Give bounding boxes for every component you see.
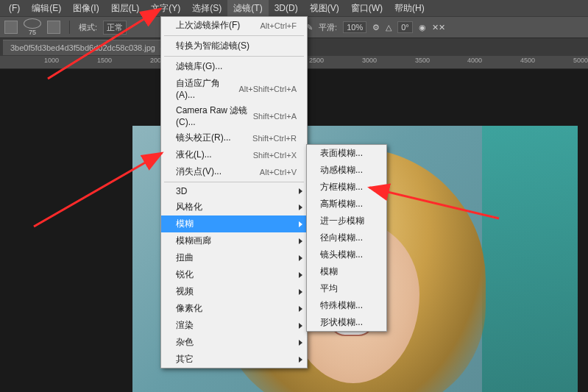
filter-menu-item[interactable]: 视频 — [161, 283, 307, 300]
filter-menu-item[interactable]: 像素化 — [161, 300, 307, 317]
filter-menu-item[interactable]: 滤镜库(G)... — [161, 58, 307, 75]
submenu-item-label: 表面模糊... — [320, 148, 363, 158]
submenu-arrow-icon — [299, 306, 302, 312]
filter-menu-item[interactable]: 模糊画廊 — [161, 232, 307, 249]
menu-item-label: 模糊 — [176, 218, 194, 230]
mode-dropdown[interactable]: 正常 — [103, 21, 127, 35]
menu-item-label: 自适应广角(A)... — [176, 77, 238, 100]
submenu-arrow-icon — [299, 221, 302, 227]
blur-submenu-item[interactable]: 形状模糊... — [307, 314, 386, 331]
brush-size-value: 75 — [29, 29, 36, 36]
filter-menu-item[interactable]: 3D — [161, 184, 307, 199]
flow-dropdown[interactable]: 10% — [343, 21, 366, 33]
menu-edit[interactable]: 编辑(E) — [26, 0, 67, 17]
filter-menu-item[interactable]: 渲染 — [161, 317, 307, 334]
menu-divider — [164, 182, 304, 182]
ruler-tick: 1000 — [44, 57, 59, 64]
blur-submenu-item[interactable]: 方框模糊... — [307, 179, 386, 196]
menu-item-shortcut: Alt+Ctrl+V — [260, 168, 297, 177]
filter-menu-item[interactable]: 其它 — [161, 351, 307, 368]
menu-window[interactable]: 窗口(W) — [345, 0, 389, 17]
blur-submenu-item[interactable]: 动感模糊... — [307, 162, 386, 179]
ruler-tick: 5000 — [573, 57, 588, 64]
blur-submenu-item[interactable]: 镜头模糊... — [307, 246, 386, 263]
menu-item-label: 锐化 — [176, 268, 194, 281]
submenu-arrow-icon — [299, 238, 302, 244]
menu-item-label: 镜头校正(R)... — [176, 132, 231, 144]
menu-item-shortcut: Shift+Ctrl+A — [253, 112, 297, 121]
blur-submenu-item[interactable]: 高斯模糊... — [307, 196, 386, 213]
submenu-item-label: 径向模糊... — [320, 232, 363, 243]
blur-submenu-item[interactable]: 特殊模糊... — [307, 297, 386, 314]
menu-item-label: 风格化 — [176, 201, 202, 213]
submenu-arrow-icon — [299, 289, 302, 295]
menu-divider — [164, 35, 304, 36]
filter-menu: 上次滤镜操作(F)Alt+Ctrl+F转换为智能滤镜(S)滤镜库(G)...自适… — [160, 16, 308, 368]
smoothing-gear-icon[interactable]: ⚙ — [372, 23, 380, 32]
filter-menu-item[interactable]: 镜头校正(R)...Shift+Ctrl+R — [161, 129, 307, 146]
submenu-arrow-icon — [299, 188, 302, 194]
menu-view[interactable]: 视图(V) — [304, 0, 345, 17]
ruler-tick: 4000 — [467, 57, 482, 64]
filter-menu-item[interactable]: 液化(L)...Shift+Ctrl+X — [161, 146, 307, 163]
menu-select[interactable]: 选择(S) — [186, 0, 227, 17]
submenu-item-label: 平均 — [320, 283, 338, 293]
blur-submenu-item[interactable]: 平均 — [307, 280, 386, 297]
filter-menu-item[interactable]: 模糊 — [161, 215, 307, 232]
menubar: (F) 编辑(E) 图像(I) 图层(L) 文字(Y) 选择(S) 滤镜(T) … — [0, 0, 588, 16]
blur-submenu-item[interactable]: 模糊 — [307, 263, 386, 280]
menu-item-shortcut: Alt+Shift+Ctrl+A — [238, 85, 297, 93]
menu-item-shortcut: Alt+Ctrl+F — [260, 21, 297, 30]
submenu-item-label: 方框模糊... — [320, 182, 363, 192]
submenu-item-label: 镜头模糊... — [320, 249, 363, 260]
submenu-item-label: 高斯模糊... — [320, 199, 363, 209]
filter-menu-item[interactable]: 上次滤镜操作(F)Alt+Ctrl+F — [161, 17, 307, 34]
filter-menu-item[interactable]: 消失点(V)...Alt+Ctrl+V — [161, 163, 307, 180]
menu-type[interactable]: 文字(Y) — [145, 0, 186, 17]
brush-preview-icon[interactable] — [24, 18, 41, 29]
menu-item-label: 杂色 — [176, 336, 194, 349]
ruler-tick: 4500 — [520, 57, 535, 64]
menu-image[interactable]: 图像(I) — [67, 0, 105, 17]
blur-submenu-item[interactable]: 表面模糊... — [307, 145, 386, 162]
menu-help[interactable]: 帮助(H) — [389, 0, 431, 17]
menu-item-label: Camera Raw 滤镜(C)... — [176, 104, 253, 127]
menu-3d[interactable]: 3D(D) — [269, 1, 304, 15]
submenu-arrow-icon — [299, 340, 302, 346]
menu-item-label: 渲染 — [176, 319, 194, 332]
submenu-item-label: 动感模糊... — [320, 165, 363, 175]
filter-menu-item[interactable]: 转换为智能滤镜(S) — [161, 38, 307, 54]
symmetry-icon[interactable]: ✕✕ — [432, 23, 445, 32]
submenu-item-label: 模糊 — [320, 266, 338, 277]
blur-submenu-item[interactable]: 径向模糊... — [307, 229, 386, 246]
tool-preset-icon[interactable] — [4, 21, 18, 34]
angle-icon: △ — [386, 23, 392, 32]
filter-menu-item[interactable]: 自适应广角(A)...Alt+Shift+Ctrl+A — [161, 75, 307, 102]
blur-submenu-item[interactable]: 进一步模糊 — [307, 213, 386, 229]
menu-item-label: 像素化 — [176, 302, 202, 315]
filter-menu-item[interactable]: 扭曲 — [161, 249, 307, 266]
menu-divider — [164, 56, 304, 57]
menu-item-label: 液化(L)... — [176, 149, 212, 161]
menu-item-label: 模糊画廊 — [176, 235, 211, 247]
menu-item-label: 3D — [176, 186, 187, 196]
angle-value[interactable]: 0° — [397, 21, 413, 33]
pressure-size-icon[interactable]: ◉ — [419, 23, 426, 32]
submenu-item-label: 形状模糊... — [320, 317, 363, 327]
filter-menu-item[interactable]: 锐化 — [161, 266, 307, 283]
flow-label: 平滑: — [319, 22, 337, 33]
menu-item-label: 转换为智能滤镜(S) — [176, 40, 249, 52]
filter-menu-item[interactable]: 杂色 — [161, 334, 307, 351]
submenu-item-label: 特殊模糊... — [320, 300, 363, 310]
submenu-arrow-icon — [299, 357, 302, 363]
submenu-arrow-icon — [299, 272, 302, 278]
menu-item-label: 消失点(V)... — [176, 165, 222, 178]
menu-filter[interactable]: 滤镜(T) — [227, 0, 268, 17]
menu-layer[interactable]: 图层(L) — [105, 0, 146, 17]
ruler-tick: 3000 — [362, 57, 377, 64]
ruler-tick: 3500 — [415, 57, 430, 64]
filter-menu-item[interactable]: 风格化 — [161, 199, 307, 215]
menu-file[interactable]: (F) — [3, 1, 26, 15]
filter-menu-item[interactable]: Camera Raw 滤镜(C)...Shift+Ctrl+A — [161, 102, 307, 129]
brush-panel-icon[interactable] — [47, 21, 60, 34]
